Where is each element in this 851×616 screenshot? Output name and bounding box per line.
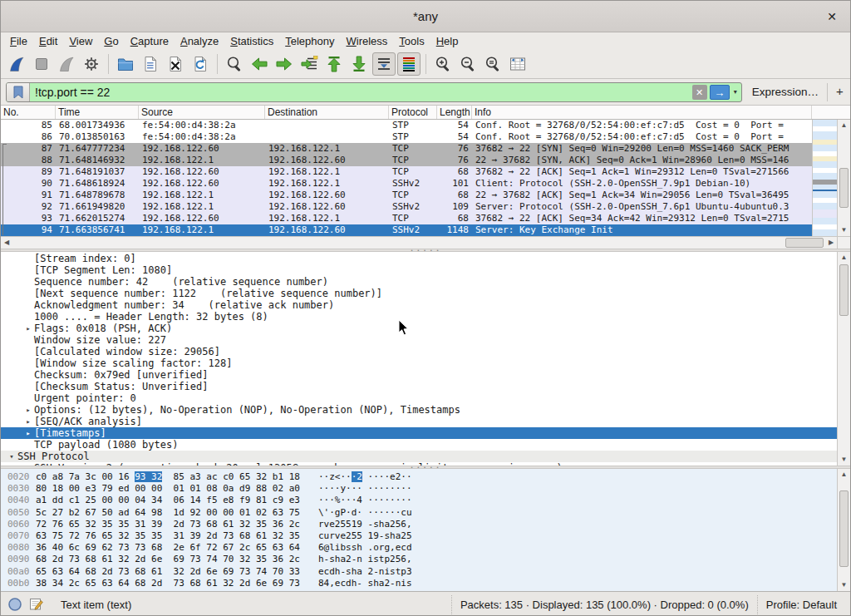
hex-bytes[interactable]: 80 18 00 e3 79 ed 00 00 01 01 08 0a d9 8… xyxy=(36,483,318,495)
scroll-down-arrow-icon[interactable]: ▼ xyxy=(838,454,850,466)
scroll-right-arrow-icon[interactable]: ▶ xyxy=(825,237,837,249)
packet-row-92[interactable]: 9271.661949820192.168.122.1192.168.122.6… xyxy=(1,201,812,213)
hex-ascii[interactable]: h-sha2-n istp256, xyxy=(318,554,412,565)
expression-button[interactable]: Expression… xyxy=(752,86,819,98)
open-file-button[interactable] xyxy=(114,52,137,76)
hex-bytes[interactable]: 5c 27 b2 67 50 ad 64 98 1d 92 00 00 01 0… xyxy=(36,507,318,519)
detail-line[interactable]: [Stream index: 0] xyxy=(1,253,837,264)
hex-bytes[interactable]: 72 76 65 32 35 35 31 39 2d 73 68 61 32 3… xyxy=(36,519,318,530)
go-first-button[interactable] xyxy=(322,52,346,76)
menu-item-edit[interactable]: Edit xyxy=(33,34,63,48)
expand-arrow-icon[interactable]: ▸ xyxy=(22,323,34,334)
expand-arrow-icon[interactable]: ▸ xyxy=(22,416,34,427)
hex-row[interactable]: 008036 40 6c 69 62 73 73 68 2e 6f 72 67 … xyxy=(1,542,850,554)
scroll-left-arrow-icon[interactable]: ◀ xyxy=(1,237,12,249)
detail-line[interactable]: Window size value: 227 xyxy=(1,334,837,346)
scroll-down-arrow-icon[interactable]: ▼ xyxy=(838,224,850,236)
close-file-button[interactable] xyxy=(164,52,187,76)
find-packet-button[interactable] xyxy=(223,52,246,76)
menu-item-capture[interactable]: Capture xyxy=(125,34,175,48)
hex-ascii[interactable]: 6@libssh .org,ecd xyxy=(318,542,412,554)
detail-line[interactable]: Acknowledgment number: 34 (relative ack … xyxy=(1,299,837,311)
menu-item-analyze[interactable]: Analyze xyxy=(175,34,224,48)
column-header-len[interactable]: Length xyxy=(437,106,472,119)
hex-row[interactable]: 007063 75 72 76 65 32 35 35 31 39 2d 73 … xyxy=(1,530,850,542)
packet-row-85[interactable]: 8568.001734936fe:54:00:d4:38:2aSTP54Conf… xyxy=(1,120,812,131)
detail-line[interactable]: Urgent pointer: 0 xyxy=(1,392,837,404)
menu-item-file[interactable]: File xyxy=(4,34,33,48)
capture-comment-button[interactable] xyxy=(27,597,46,612)
hex-row[interactable]: 00505c 27 b2 67 50 ad 64 98 1d 92 00 00 … xyxy=(1,507,850,519)
detail-line[interactable]: ▸SSH Version 2 (encryption:chacha20-poly… xyxy=(1,462,837,466)
go-back-button[interactable] xyxy=(248,52,271,76)
packet-list-horizontal-scrollbar[interactable]: ◀ ▶ xyxy=(1,236,850,249)
column-header-time[interactable]: Time xyxy=(56,106,139,119)
stop-capture-button[interactable] xyxy=(30,52,53,76)
menu-item-telephony[interactable]: Telephony xyxy=(279,34,340,48)
menu-item-tools[interactable]: Tools xyxy=(393,34,430,48)
menu-item-statistics[interactable]: Statistics xyxy=(224,34,279,48)
hex-row[interactable]: 0040a1 dd c1 25 00 00 04 34 06 14 f5 e8 … xyxy=(1,495,850,506)
reload-file-button[interactable] xyxy=(189,52,212,76)
zoom-out-button[interactable] xyxy=(456,52,480,76)
hex-row[interactable]: 00a065 63 64 68 2d 73 68 61 32 2d 6e 69 … xyxy=(1,566,850,578)
go-forward-button[interactable] xyxy=(273,52,296,76)
hex-row[interactable]: 009068 2d 73 68 61 32 2d 6e 69 73 74 70 … xyxy=(1,554,850,565)
close-window-button[interactable]: ✕ xyxy=(824,8,840,25)
packet-row-87[interactable]: 8771.647777234192.168.122.60192.168.122.… xyxy=(1,143,812,155)
filter-apply-button[interactable]: → xyxy=(710,85,730,100)
hex-ascii[interactable]: curve255 19-sha25 xyxy=(318,530,412,542)
capture-options-button[interactable] xyxy=(80,52,103,76)
detail-line[interactable]: ▾SSH Protocol xyxy=(1,451,837,462)
collapse-arrow-icon[interactable]: ▾ xyxy=(6,451,17,462)
hex-bytes[interactable]: 38 34 2c 65 63 64 68 2d 73 68 61 32 2d 6… xyxy=(36,578,318,589)
hex-ascii[interactable]: ···%···4 ········ xyxy=(318,495,412,506)
go-last-button[interactable] xyxy=(347,52,371,76)
resize-columns-button[interactable] xyxy=(506,52,529,76)
hex-row[interactable]: 006072 76 65 32 35 35 31 39 2d 73 68 61 … xyxy=(1,519,850,530)
hex-bytes[interactable]: 65 63 64 68 2d 73 68 61 32 2d 6e 69 73 7… xyxy=(36,566,318,578)
scroll-down-arrow-icon[interactable]: ▼ xyxy=(838,579,850,591)
bytes-vertical-scrollbar[interactable]: ▲ ▼ xyxy=(837,469,850,591)
filter-bookmark-button[interactable] xyxy=(7,83,30,101)
detail-line[interactable]: 1000 .... = Header Length: 32 bytes (8) xyxy=(1,311,837,323)
display-filter-input[interactable]: !tcp.port == 22 xyxy=(30,86,692,99)
hex-bytes[interactable]: 63 75 72 76 65 32 35 35 31 39 2d 73 68 6… xyxy=(36,530,318,542)
packet-row-91[interactable]: 9171.648789678192.168.122.1192.168.122.6… xyxy=(1,190,812,201)
display-filter-field[interactable]: !tcp.port == 22 ✕ → ▾ xyxy=(6,82,742,102)
start-capture-button[interactable] xyxy=(5,52,28,76)
detail-line[interactable]: ▸[Timestamps] xyxy=(1,427,837,439)
auto-scroll-button[interactable] xyxy=(372,52,396,76)
save-file-button[interactable] xyxy=(139,52,162,76)
column-header-dst[interactable]: Destination xyxy=(265,106,389,119)
detail-line[interactable]: [Window size scaling factor: 128] xyxy=(1,357,837,369)
hex-row[interactable]: 0020c0 a8 7a 3c 00 16 93 32 85 a3 ac c0 … xyxy=(1,471,850,483)
packet-list-vertical-scrollbar[interactable]: ▲ ▼ xyxy=(837,120,850,236)
packet-row-89[interactable]: 8971.648191037192.168.122.60192.168.122.… xyxy=(1,166,812,178)
packet-row-86[interactable]: 8670.013850163fe:54:00:d4:38:2aSTP54Conf… xyxy=(1,131,812,143)
packet-row-88[interactable]: 8871.648146932192.168.122.1192.168.122.6… xyxy=(1,155,812,166)
detail-line[interactable]: ▸Options: (12 bytes), No-Operation (NOP)… xyxy=(1,404,837,416)
column-header-proto[interactable]: Protocol xyxy=(389,106,437,119)
hex-row[interactable]: 003080 18 00 e3 79 ed 00 00 01 01 08 0a … xyxy=(1,483,850,495)
filter-clear-button[interactable]: ✕ xyxy=(692,85,707,100)
hex-ascii[interactable]: ecdh-sha 2-nistp3 xyxy=(318,566,412,578)
scroll-up-arrow-icon[interactable]: ▲ xyxy=(838,469,850,480)
expert-info-button[interactable] xyxy=(6,597,24,612)
hex-bytes[interactable]: c0 a8 7a 3c 00 16 93 32 85 a3 ac c0 65 3… xyxy=(36,471,318,483)
detail-line[interactable]: [Calculated window size: 29056] xyxy=(1,346,837,357)
hex-ascii[interactable]: rve25519 -sha256, xyxy=(318,519,412,530)
column-header-no[interactable]: No. xyxy=(1,106,56,119)
menu-item-go[interactable]: Go xyxy=(98,34,124,48)
hex-bytes[interactable]: a1 dd c1 25 00 00 04 34 06 14 f5 e8 f9 8… xyxy=(36,495,318,506)
detail-line[interactable]: ▸Flags: 0x018 (PSH, ACK) xyxy=(1,323,837,334)
expand-arrow-icon[interactable]: ▸ xyxy=(22,404,34,416)
detail-line[interactable]: TCP payload (1080 bytes) xyxy=(1,439,837,451)
hex-bytes[interactable]: 68 2d 73 68 61 32 2d 6e 69 73 74 70 32 3… xyxy=(36,554,318,565)
expand-arrow-icon[interactable]: ▸ xyxy=(22,427,34,439)
menu-item-wireless[interactable]: Wireless xyxy=(341,34,394,48)
restart-capture-button[interactable] xyxy=(55,52,78,76)
scrollbar-thumb[interactable] xyxy=(839,264,849,316)
hex-ascii[interactable]: ··z<···2 ····e2·· xyxy=(318,471,412,483)
hscroll-track[interactable] xyxy=(12,237,825,249)
